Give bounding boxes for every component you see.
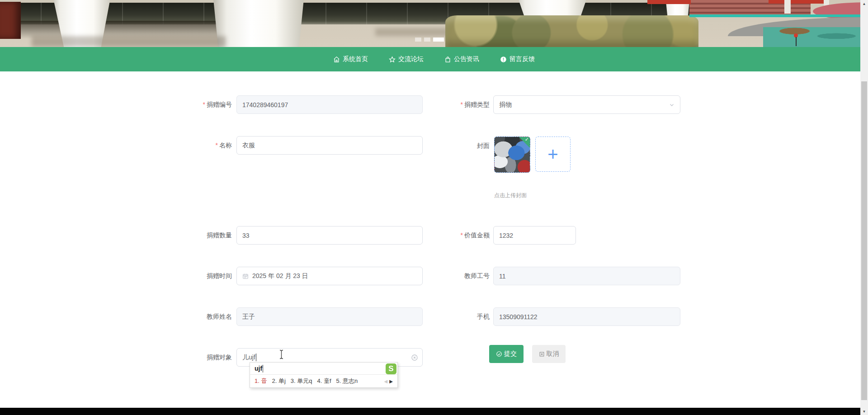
bag-icon: [444, 56, 451, 63]
red-banner-sign: [769, 0, 828, 4]
donate-time-value: 2025 年 02 月 23 日: [252, 272, 308, 280]
donation-type-label: *捐赠类型: [417, 95, 490, 114]
target-value: 儿ujf: [242, 354, 255, 362]
sogou-ime-logo: S: [386, 363, 396, 374]
carousel-dot-2[interactable]: [424, 38, 430, 42]
amount-label: *价值金额: [417, 226, 490, 245]
teacher-name-input[interactable]: [236, 307, 423, 326]
item-name-input[interactable]: [236, 136, 423, 155]
nav-item-label: 留言反馈: [509, 55, 535, 63]
cover-upload-button[interactable]: +: [535, 137, 571, 172]
cover-thumbnail[interactable]: ✓: [494, 137, 530, 173]
red-banner-sign: [647, 0, 691, 4]
nav-item-label: 系统首页: [343, 55, 368, 63]
quantity-input[interactable]: [236, 226, 423, 245]
dry-hedge: [445, 15, 698, 47]
ime-popup: ujf 1. 音 2. 单j 3. 单元q 4. 童f 5. 意志n ◀ ▶ S: [250, 362, 398, 388]
check-icon: ✓: [525, 137, 529, 142]
teal-fence-line: [689, 14, 868, 17]
white-post: [784, 0, 791, 14]
scroll-up-arrow[interactable]: ▲: [860, 0, 868, 7]
teacher-id-input[interactable]: [493, 267, 680, 285]
required-asterisk: *: [203, 101, 205, 108]
red-marker-pole: [796, 37, 797, 46]
brick-wall-corner: [0, 2, 21, 39]
ime-candidate-row: 1. 音 2. 单j 3. 单元q 4. 童f 5. 意志n ◀ ▶: [250, 375, 397, 387]
nav-item-label: 交流论坛: [398, 55, 424, 63]
ime-candidate-1[interactable]: 1. 音: [255, 377, 267, 385]
ime-candidate-5[interactable]: 5. 意志n: [336, 377, 358, 385]
home-icon: [333, 56, 340, 63]
phone-input[interactable]: [493, 307, 680, 326]
donate-time-label: 捐赠时间: [160, 267, 232, 285]
ibeam-cursor: [278, 349, 284, 359]
nav-item-forum[interactable]: 交流论坛: [389, 55, 424, 63]
chevron-down-icon: [669, 102, 675, 108]
hero-banner-photo: [0, 0, 868, 47]
required-asterisk: *: [216, 141, 218, 149]
donate-time-picker[interactable]: 2025 年 02 月 23 日: [236, 267, 423, 285]
page-footer: [0, 408, 868, 415]
cover-upload-hint: 点击上传封面: [494, 192, 527, 199]
scrollbar-thumb[interactable]: [861, 81, 867, 400]
donation-id-label: *捐赠编号: [160, 95, 232, 114]
page: 系统首页 交流论坛 公告资讯 留言反馈 *捐赠编号 *捐赠类型 捐物 *名称 封…: [0, 0, 868, 415]
star-icon: [389, 56, 396, 63]
text-caret: [256, 354, 256, 361]
vertical-scrollbar: ▲ ▼: [860, 0, 868, 415]
submit-button[interactable]: 提交: [489, 345, 524, 363]
nav-item-feedback[interactable]: 留言反馈: [500, 55, 535, 63]
square-close-icon: [539, 351, 545, 357]
phone-label: 手机: [417, 307, 490, 326]
required-asterisk: *: [461, 231, 463, 239]
ime-caret: [263, 365, 263, 373]
nav-item-label: 公告资讯: [454, 55, 479, 63]
ime-candidate-4[interactable]: 4. 童f: [317, 377, 331, 385]
clear-input-icon[interactable]: [411, 354, 418, 361]
ime-next-page-icon[interactable]: ▶: [389, 379, 393, 384]
ime-composition: ujf: [250, 363, 397, 375]
donation-type-select[interactable]: 捐物: [493, 95, 680, 114]
carousel-dot-3-active[interactable]: [433, 38, 444, 42]
ime-candidate-3[interactable]: 3. 单元q: [291, 377, 312, 385]
main-nav: 系统首页 交流论坛 公告资讯 留言反馈: [0, 47, 868, 71]
ime-pager: ◀ ▶: [384, 379, 393, 384]
teal-court: [763, 27, 868, 47]
nav-item-home[interactable]: 系统首页: [333, 55, 368, 63]
ime-candidate-2[interactable]: 2. 单j: [272, 377, 285, 385]
amount-input[interactable]: [493, 226, 576, 245]
quantity-label: 捐赠数量: [160, 226, 232, 245]
donation-type-value: 捐物: [499, 101, 512, 109]
pavement-shadow: [32, 36, 226, 47]
circle-check-icon: [496, 351, 502, 357]
required-asterisk: *: [461, 101, 463, 108]
teacher-id-label: 教师工号: [417, 267, 490, 285]
calendar-icon: [242, 273, 249, 279]
scroll-down-arrow[interactable]: ▼: [860, 408, 868, 415]
carousel-indicators: [415, 38, 444, 42]
ime-prev-page-icon[interactable]: ◀: [384, 379, 388, 384]
info-icon: [500, 56, 507, 63]
donation-id-input[interactable]: [236, 95, 423, 114]
cover-label: 封面: [417, 137, 490, 155]
plus-icon: +: [547, 145, 558, 163]
teacher-name-label: 教师姓名: [160, 307, 232, 326]
nav-item-news[interactable]: 公告资讯: [444, 55, 479, 63]
target-label: 捐赠对象: [160, 348, 232, 367]
item-name-label: *名称: [160, 136, 232, 155]
cancel-button[interactable]: 取消: [532, 345, 566, 363]
carousel-dot-1[interactable]: [415, 38, 421, 42]
